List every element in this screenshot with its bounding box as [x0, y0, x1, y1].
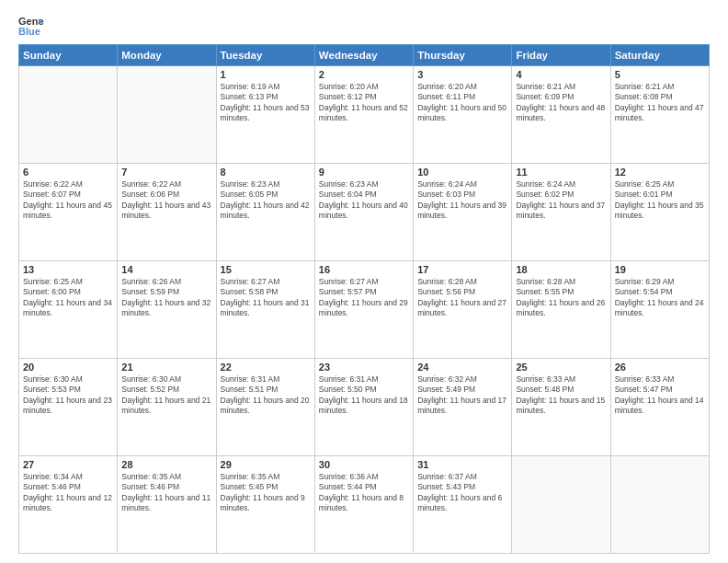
day-number: 10	[417, 167, 507, 178]
header: General Blue	[18, 15, 710, 37]
calendar-week-3: 20Sunrise: 6:30 AMSunset: 5:53 PMDayligh…	[19, 359, 710, 456]
day-number: 24	[417, 362, 507, 373]
cell-info: Sunrise: 6:25 AMSunset: 6:00 PMDaylight:…	[23, 277, 113, 319]
day-number: 22	[221, 362, 311, 373]
cell-info: Sunrise: 6:30 AMSunset: 5:53 PMDaylight:…	[23, 374, 113, 417]
day-header-monday: Monday	[118, 45, 216, 66]
cell-info: Sunrise: 6:34 AMSunset: 5:46 PMDaylight:…	[23, 472, 113, 514]
calendar-cell	[610, 456, 709, 554]
cell-info: Sunrise: 6:23 AMSunset: 6:05 PMDaylight:…	[221, 179, 311, 222]
cell-info: Sunrise: 6:31 AMSunset: 5:50 PMDaylight:…	[319, 374, 409, 417]
day-number: 7	[121, 167, 211, 178]
calendar-cell: 19Sunrise: 6:29 AMSunset: 5:54 PMDayligh…	[610, 261, 709, 359]
cell-info: Sunrise: 6:21 AMSunset: 6:09 PMDaylight:…	[516, 82, 606, 124]
day-number: 1	[221, 69, 311, 80]
calendar-cell: 2Sunrise: 6:20 AMSunset: 6:12 PMDaylight…	[314, 66, 413, 164]
calendar-cell: 22Sunrise: 6:31 AMSunset: 5:51 PMDayligh…	[216, 359, 314, 456]
day-number: 21	[121, 362, 211, 373]
day-number: 23	[319, 362, 409, 373]
day-number: 5	[615, 69, 705, 80]
cell-info: Sunrise: 6:30 AMSunset: 5:52 PMDaylight:…	[121, 374, 211, 417]
cell-info: Sunrise: 6:28 AMSunset: 5:56 PMDaylight:…	[417, 277, 507, 319]
calendar-cell: 24Sunrise: 6:32 AMSunset: 5:49 PMDayligh…	[414, 359, 512, 456]
cell-info: Sunrise: 6:24 AMSunset: 6:02 PMDaylight:…	[516, 179, 606, 222]
cell-info: Sunrise: 6:22 AMSunset: 6:06 PMDaylight:…	[121, 179, 211, 222]
day-number: 12	[615, 167, 705, 178]
day-header-friday: Friday	[512, 45, 610, 66]
cell-info: Sunrise: 6:19 AMSunset: 6:13 PMDaylight:…	[221, 82, 311, 124]
logo: General Blue	[18, 15, 46, 37]
day-number: 13	[23, 264, 113, 275]
cell-info: Sunrise: 6:33 AMSunset: 5:48 PMDaylight:…	[516, 374, 606, 417]
day-number: 19	[615, 264, 705, 275]
cell-info: Sunrise: 6:20 AMSunset: 6:12 PMDaylight:…	[319, 82, 409, 124]
day-number: 4	[516, 69, 606, 80]
calendar-week-2: 13Sunrise: 6:25 AMSunset: 6:00 PMDayligh…	[19, 261, 710, 359]
calendar-cell: 25Sunrise: 6:33 AMSunset: 5:48 PMDayligh…	[512, 359, 610, 456]
calendar-cell: 27Sunrise: 6:34 AMSunset: 5:46 PMDayligh…	[19, 456, 118, 554]
calendar-cell: 29Sunrise: 6:35 AMSunset: 5:45 PMDayligh…	[216, 456, 314, 554]
day-number: 14	[121, 264, 211, 275]
calendar-week-0: 1Sunrise: 6:19 AMSunset: 6:13 PMDaylight…	[19, 66, 710, 164]
calendar-cell: 10Sunrise: 6:24 AMSunset: 6:03 PMDayligh…	[414, 164, 512, 261]
day-number: 31	[417, 459, 507, 470]
calendar-cell: 5Sunrise: 6:21 AMSunset: 6:08 PMDaylight…	[610, 66, 709, 164]
calendar-cell: 3Sunrise: 6:20 AMSunset: 6:11 PMDaylight…	[414, 66, 512, 164]
calendar-table: SundayMondayTuesdayWednesdayThursdayFrid…	[18, 44, 710, 554]
cell-info: Sunrise: 6:29 AMSunset: 5:54 PMDaylight:…	[615, 277, 705, 319]
calendar-cell: 26Sunrise: 6:33 AMSunset: 5:47 PMDayligh…	[610, 359, 709, 456]
svg-text:Blue: Blue	[18, 26, 40, 37]
day-header-thursday: Thursday	[414, 45, 512, 66]
calendar-cell: 20Sunrise: 6:30 AMSunset: 5:53 PMDayligh…	[19, 359, 118, 456]
day-number: 11	[516, 167, 606, 178]
day-number: 18	[516, 264, 606, 275]
cell-info: Sunrise: 6:25 AMSunset: 6:01 PMDaylight:…	[615, 179, 705, 222]
day-number: 30	[319, 459, 409, 470]
cell-info: Sunrise: 6:31 AMSunset: 5:51 PMDaylight:…	[221, 374, 311, 417]
calendar-cell: 21Sunrise: 6:30 AMSunset: 5:52 PMDayligh…	[118, 359, 216, 456]
calendar-cell: 4Sunrise: 6:21 AMSunset: 6:09 PMDaylight…	[512, 66, 610, 164]
day-header-wednesday: Wednesday	[314, 45, 413, 66]
day-number: 8	[221, 167, 311, 178]
day-number: 28	[121, 459, 211, 470]
calendar-cell: 18Sunrise: 6:28 AMSunset: 5:55 PMDayligh…	[512, 261, 610, 359]
cell-info: Sunrise: 6:35 AMSunset: 5:45 PMDaylight:…	[221, 472, 311, 514]
calendar-cell: 31Sunrise: 6:37 AMSunset: 5:43 PMDayligh…	[414, 456, 512, 554]
calendar-cell: 23Sunrise: 6:31 AMSunset: 5:50 PMDayligh…	[314, 359, 413, 456]
cell-info: Sunrise: 6:36 AMSunset: 5:44 PMDaylight:…	[319, 472, 409, 514]
page: General Blue SundayMondayTuesdayWednesda…	[0, 0, 728, 563]
calendar-header-row: SundayMondayTuesdayWednesdayThursdayFrid…	[19, 45, 710, 66]
calendar-cell: 1Sunrise: 6:19 AMSunset: 6:13 PMDaylight…	[216, 66, 314, 164]
calendar-cell: 12Sunrise: 6:25 AMSunset: 6:01 PMDayligh…	[610, 164, 709, 261]
day-number: 15	[221, 264, 311, 275]
calendar-cell: 28Sunrise: 6:35 AMSunset: 5:46 PMDayligh…	[118, 456, 216, 554]
calendar-cell: 6Sunrise: 6:22 AMSunset: 6:07 PMDaylight…	[19, 164, 118, 261]
cell-info: Sunrise: 6:21 AMSunset: 6:08 PMDaylight:…	[615, 82, 705, 124]
calendar-cell	[118, 66, 216, 164]
day-number: 17	[417, 264, 507, 275]
calendar-cell: 7Sunrise: 6:22 AMSunset: 6:06 PMDaylight…	[118, 164, 216, 261]
cell-info: Sunrise: 6:24 AMSunset: 6:03 PMDaylight:…	[417, 179, 507, 222]
day-number: 26	[615, 362, 705, 373]
calendar-week-4: 27Sunrise: 6:34 AMSunset: 5:46 PMDayligh…	[19, 456, 710, 554]
day-header-saturday: Saturday	[610, 45, 709, 66]
cell-info: Sunrise: 6:28 AMSunset: 5:55 PMDaylight:…	[516, 277, 606, 319]
day-number: 3	[417, 69, 507, 80]
cell-info: Sunrise: 6:33 AMSunset: 5:47 PMDaylight:…	[615, 374, 705, 417]
cell-info: Sunrise: 6:32 AMSunset: 5:49 PMDaylight:…	[417, 374, 507, 417]
cell-info: Sunrise: 6:27 AMSunset: 5:57 PMDaylight:…	[319, 277, 409, 319]
calendar-cell: 9Sunrise: 6:23 AMSunset: 6:04 PMDaylight…	[314, 164, 413, 261]
calendar-week-1: 6Sunrise: 6:22 AMSunset: 6:07 PMDaylight…	[19, 164, 710, 261]
cell-info: Sunrise: 6:26 AMSunset: 5:59 PMDaylight:…	[121, 277, 211, 319]
calendar-cell: 16Sunrise: 6:27 AMSunset: 5:57 PMDayligh…	[314, 261, 413, 359]
cell-info: Sunrise: 6:35 AMSunset: 5:46 PMDaylight:…	[121, 472, 211, 514]
calendar-cell: 11Sunrise: 6:24 AMSunset: 6:02 PMDayligh…	[512, 164, 610, 261]
cell-info: Sunrise: 6:37 AMSunset: 5:43 PMDaylight:…	[417, 472, 507, 514]
cell-info: Sunrise: 6:23 AMSunset: 6:04 PMDaylight:…	[319, 179, 409, 222]
calendar-cell	[512, 456, 610, 554]
cell-info: Sunrise: 6:20 AMSunset: 6:11 PMDaylight:…	[417, 82, 507, 124]
calendar-cell: 8Sunrise: 6:23 AMSunset: 6:05 PMDaylight…	[216, 164, 314, 261]
calendar-cell	[19, 66, 118, 164]
day-number: 25	[516, 362, 606, 373]
calendar-cell: 17Sunrise: 6:28 AMSunset: 5:56 PMDayligh…	[414, 261, 512, 359]
